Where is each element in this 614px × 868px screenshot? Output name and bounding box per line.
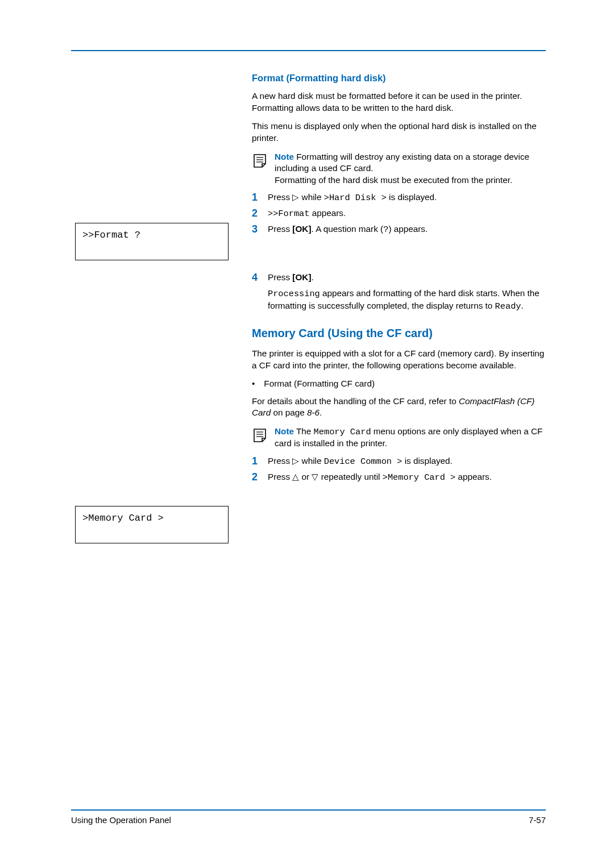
- note-label: Note: [275, 426, 294, 436]
- footer-row: Using the Operation Panel 7-57: [71, 815, 546, 825]
- step-hd-1: 1 Press ▷ while >Hard Disk > is displaye…: [252, 192, 546, 204]
- display-panel-memory-card: >Memory Card >: [75, 506, 229, 543]
- note-block-mc: Note The Memory Card menu options are on…: [252, 426, 546, 450]
- footer-rule: [71, 809, 546, 811]
- up-arrow-icon: △: [292, 472, 299, 481]
- right-arrow-icon: ▷: [292, 456, 299, 466]
- step-hd-3: 3 Press [OK]. A question mark (?) appear…: [252, 223, 546, 236]
- header-rule: [71, 50, 546, 51]
- step-mc-1: 1 Press ▷ while Device Common > is displ…: [252, 455, 546, 468]
- step-number: 4: [252, 272, 260, 284]
- step-number: 1: [252, 455, 260, 468]
- down-arrow-icon: ▽: [312, 472, 318, 481]
- step-number: 3: [252, 223, 260, 236]
- display-panel-format: >>Format ?: [75, 223, 229, 260]
- step-text: Press △ or ▽ repeatedly until >Memory Ca…: [268, 471, 546, 484]
- footer-title: Using the Operation Panel: [71, 815, 171, 825]
- note-icon: [252, 427, 270, 444]
- note-text-mc: Note The Memory Card menu options are on…: [275, 426, 546, 450]
- step-hd-4: 4 Press [OK].: [252, 272, 546, 284]
- para-hd-intro: A new hard disk must be formatted before…: [252, 90, 546, 114]
- step4-body: Processing appears and formatting of the…: [268, 288, 546, 312]
- bullet-text: Format (Formatting CF card): [264, 379, 375, 389]
- page-content: Format (Formatting hard disk) A new hard…: [71, 73, 546, 487]
- page-footer: Using the Operation Panel 7-57: [71, 809, 546, 825]
- page-number: 7-57: [529, 815, 546, 825]
- step-mc-2: 2 Press △ or ▽ repeatedly until >Memory …: [252, 471, 546, 484]
- para-mc-intro: The printer is equipped with a slot for …: [252, 348, 546, 371]
- step-text: >>Format appears.: [268, 207, 546, 220]
- step-number: 1: [252, 192, 260, 204]
- note-icon: [252, 152, 270, 169]
- note-block-hd: Note Formatting will destroy any existin…: [252, 151, 546, 186]
- step-text: Press [OK]. A question mark (?) appears.: [268, 223, 546, 236]
- spacer: [252, 239, 546, 272]
- step-text: Press ▷ while Device Common > is display…: [268, 455, 546, 468]
- right-arrow-icon: ▷: [292, 192, 299, 202]
- note-text-hd: Note Formatting will destroy any existin…: [275, 151, 546, 186]
- note-label: Note: [275, 152, 294, 161]
- step-number: 2: [252, 207, 260, 220]
- para-mc-ref: For details about the handling of the CF…: [252, 396, 546, 419]
- right-column: Format (Formatting hard disk) A new hard…: [252, 73, 546, 483]
- heading-memory-card: Memory Card (Using the CF card): [252, 327, 546, 340]
- step-hd-2: 2 >>Format appears.: [252, 207, 546, 220]
- note-line1: Formatting will destroy any existing dat…: [275, 152, 529, 173]
- bullet-format-cf: • Format (Formatting CF card): [252, 379, 546, 389]
- step-text: Press ▷ while >Hard Disk > is displayed.: [268, 192, 546, 204]
- para-hd-condition: This menu is displayed only when the opt…: [252, 121, 546, 144]
- step-number: 2: [252, 471, 260, 484]
- heading-format-hard-disk: Format (Formatting hard disk): [252, 73, 546, 84]
- step-text: Press [OK].: [268, 272, 546, 284]
- bullet-icon: •: [252, 379, 255, 389]
- note-line2: Formatting of the hard disk must be exec…: [275, 175, 512, 185]
